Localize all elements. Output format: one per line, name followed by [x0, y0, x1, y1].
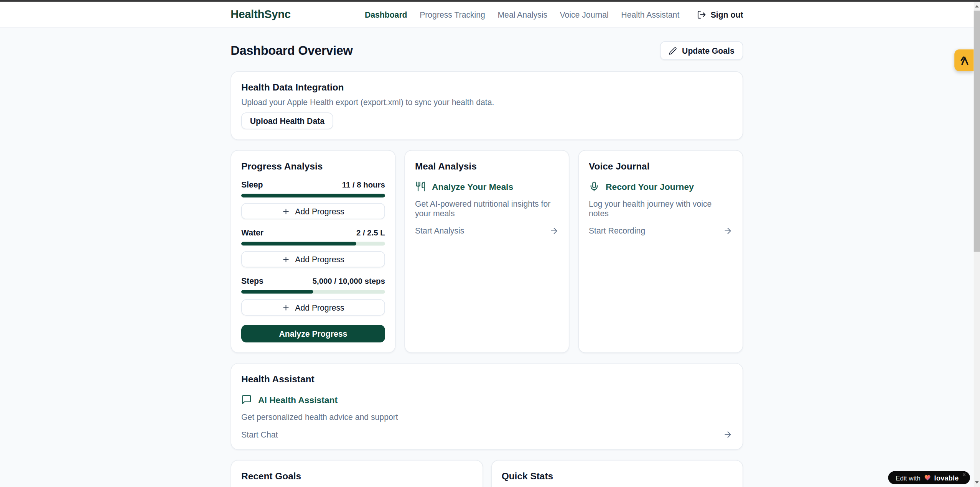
scrollbar-thumb[interactable]	[974, 11, 980, 252]
arrow-right-icon	[723, 226, 732, 235]
arrow-right-icon	[723, 430, 732, 439]
feature-link-label: Record Your Journey	[606, 181, 694, 191]
top-navigation-bar: HealthSync Dashboard Progress Tracking M…	[0, 2, 974, 28]
recent-goals-card: Recent Goals Select Date Today Yesterday…	[231, 460, 483, 487]
add-progress-water-button[interactable]: Add Progress	[241, 251, 385, 267]
nav-voice-journal[interactable]: Voice Journal	[560, 10, 609, 19]
start-analysis-link[interactable]: Start Analysis	[415, 226, 559, 235]
metric-water: Water 2 / 2.5 L Add Progress	[241, 228, 385, 268]
scrollbar-up-arrow[interactable]	[974, 3, 980, 10]
progress-analysis-card: Progress Analysis Sleep 11 / 8 hours Add…	[231, 150, 395, 353]
utensils-icon	[415, 181, 426, 192]
chat-bubble-icon	[241, 394, 252, 405]
health-data-integration-card: Health Data Integration Upload your Appl…	[231, 71, 743, 140]
integration-card-title: Health Data Integration	[241, 82, 733, 92]
progress-bar-steps	[241, 290, 385, 294]
metric-steps: Steps 5,000 / 10,000 steps Add Progress	[241, 276, 385, 316]
update-goals-button[interactable]: Update Goals	[660, 41, 743, 60]
voice-description: Log your health journey with voice notes	[589, 199, 733, 218]
upload-health-data-button[interactable]: Upload Health Data	[241, 112, 333, 129]
pencil-icon	[669, 46, 677, 54]
sign-out-button[interactable]: Sign out	[697, 10, 743, 19]
action-label: Start Chat	[241, 430, 278, 439]
caret-logo-icon	[959, 55, 970, 66]
microphone-icon	[589, 181, 600, 192]
page: HealthSync Dashboard Progress Tracking M…	[0, 0, 980, 487]
progress-bar-water	[241, 242, 385, 246]
feature-link-label: AI Health Assistant	[258, 395, 338, 405]
update-goals-label: Update Goals	[682, 46, 735, 55]
metric-label: Sleep	[241, 180, 263, 189]
health-assistant-card: Health Assistant AI Health Assistant Get…	[231, 363, 743, 450]
plus-icon	[282, 207, 290, 215]
sign-out-label: Sign out	[711, 10, 743, 19]
log-out-icon	[697, 10, 706, 19]
metric-value: 2 / 2.5 L	[356, 229, 385, 237]
record-your-journey-link[interactable]: Record Your Journey	[589, 181, 733, 192]
meal-description: Get AI-powered nutritional insights for …	[415, 199, 559, 218]
arrow-right-icon	[549, 226, 558, 235]
start-recording-link[interactable]: Start Recording	[589, 226, 733, 235]
add-progress-label: Add Progress	[295, 303, 344, 312]
vertical-scrollbar[interactable]	[974, 2, 980, 487]
scrollbar-down-arrow[interactable]	[974, 479, 980, 486]
add-progress-label: Add Progress	[295, 255, 344, 264]
nav-dashboard[interactable]: Dashboard	[365, 10, 407, 19]
add-progress-steps-button[interactable]: Add Progress	[241, 299, 385, 316]
metric-label: Water	[241, 228, 264, 237]
plus-icon	[282, 255, 290, 263]
badge-brand: lovable	[934, 474, 959, 482]
recent-goals-title: Recent Goals	[241, 471, 472, 481]
metric-sleep: Sleep 11 / 8 hours Add Progress	[241, 180, 385, 219]
analyze-your-meals-link[interactable]: Analyze Your Meals	[415, 181, 559, 192]
nav-progress-tracking[interactable]: Progress Tracking	[420, 10, 485, 19]
voice-journal-card: Voice Journal Record Your Journey Log yo…	[578, 150, 743, 353]
metric-value: 11 / 8 hours	[342, 181, 385, 189]
badge-prefix: Edit with	[896, 474, 921, 482]
quick-stats-title: Quick Stats	[502, 471, 733, 481]
feature-link-label: Analyze Your Meals	[432, 181, 513, 191]
app-logo[interactable]: HealthSync	[231, 8, 291, 21]
page-title: Dashboard Overview	[231, 43, 352, 58]
quick-stats-card: Quick Stats Select Date Today Yesterday …	[491, 460, 743, 487]
heart-icon	[924, 474, 931, 481]
progress-card-title: Progress Analysis	[241, 161, 385, 171]
metric-value: 5,000 / 10,000 steps	[313, 277, 385, 286]
edit-with-lovable-badge[interactable]: Edit with lovable	[888, 471, 970, 484]
assistant-description: Get personalized health advice and suppo…	[241, 412, 733, 421]
analyze-progress-button[interactable]: Analyze Progress	[241, 325, 385, 342]
close-icon[interactable]	[962, 472, 966, 477]
action-label: Start Analysis	[415, 226, 464, 235]
metric-label: Steps	[241, 276, 264, 285]
voice-card-title: Voice Journal	[589, 161, 733, 171]
meal-analysis-card: Meal Analysis Analyze Your Meals Get AI-…	[404, 150, 569, 353]
nav-meal-analysis[interactable]: Meal Analysis	[497, 10, 547, 19]
assistant-card-title: Health Assistant	[241, 373, 733, 384]
add-progress-label: Add Progress	[295, 207, 344, 216]
floating-widget-button[interactable]	[954, 49, 974, 71]
progress-bar-sleep	[241, 194, 385, 197]
integration-description: Upload your Apple Health export (export.…	[241, 97, 733, 107]
main-nav: Dashboard Progress Tracking Meal Analysi…	[365, 10, 743, 19]
add-progress-sleep-button[interactable]: Add Progress	[241, 203, 385, 219]
meal-card-title: Meal Analysis	[415, 161, 559, 171]
nav-health-assistant[interactable]: Health Assistant	[621, 10, 679, 19]
ai-health-assistant-link[interactable]: AI Health Assistant	[241, 394, 733, 405]
action-label: Start Recording	[589, 226, 645, 235]
plus-icon	[282, 303, 290, 311]
start-chat-link[interactable]: Start Chat	[241, 430, 733, 439]
